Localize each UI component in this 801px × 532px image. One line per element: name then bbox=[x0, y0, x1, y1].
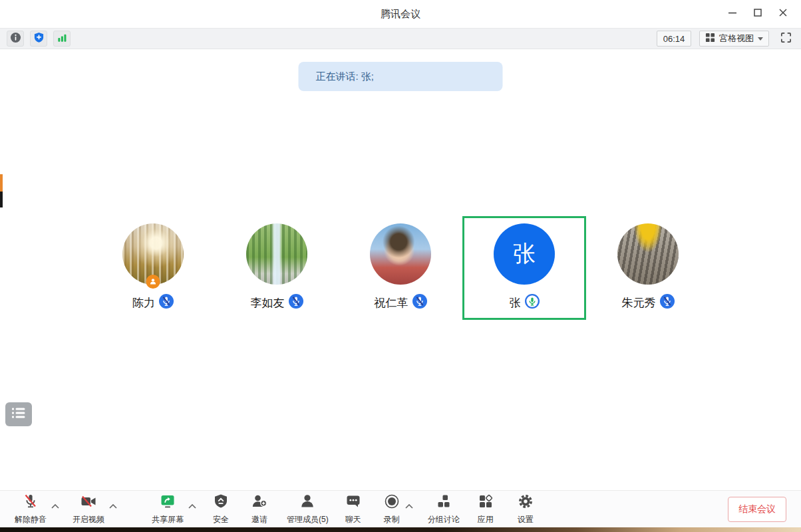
avatar bbox=[370, 223, 431, 285]
members-icon bbox=[299, 493, 316, 513]
settings-group: 设置 bbox=[517, 493, 534, 525]
left-edge-orange-sliver bbox=[0, 174, 3, 192]
chat-bubble-icon bbox=[345, 493, 362, 513]
manage-members-label: 管理成员(5) bbox=[287, 514, 329, 525]
unmute-group: 解除静音 bbox=[15, 493, 59, 525]
avatar bbox=[122, 223, 184, 285]
signal-bars-icon bbox=[57, 32, 68, 46]
manage-members-group: 管理成员(5) bbox=[287, 493, 329, 525]
camera-off-icon bbox=[80, 493, 97, 513]
record-chevron-icon[interactable] bbox=[405, 499, 413, 511]
start-video-button[interactable]: 开启视频 bbox=[73, 493, 104, 525]
left-edge-black-sliver bbox=[0, 192, 3, 207]
breakout-rooms-icon bbox=[435, 493, 452, 513]
share-screen-label: 共享屏幕 bbox=[152, 514, 184, 525]
participant-name-row: 陈力 bbox=[132, 294, 174, 311]
chat-button[interactable]: 聊天 bbox=[345, 493, 362, 525]
apps-button[interactable]: 应用 bbox=[477, 493, 494, 525]
fullscreen-icon bbox=[780, 31, 792, 47]
share-screen-group: 共享屏幕 bbox=[152, 493, 196, 525]
participant-name: 李如友 bbox=[251, 295, 285, 311]
grid-view-icon bbox=[705, 33, 715, 45]
close-icon bbox=[778, 8, 788, 20]
avatar bbox=[246, 223, 307, 285]
speaking-banner: 正在讲话: 张; bbox=[299, 62, 503, 91]
record-group: 录制 bbox=[383, 493, 413, 525]
participant-name: 朱元秀 bbox=[622, 295, 656, 311]
end-meeting-button[interactable]: 结束会议 bbox=[728, 497, 786, 522]
participant-tile[interactable]: 祝仁革 bbox=[339, 216, 462, 320]
invite-button[interactable]: 邀请 bbox=[251, 493, 268, 525]
security-label: 安全 bbox=[213, 514, 229, 525]
fullscreen-button[interactable] bbox=[777, 31, 794, 47]
window-title: 腾讯会议 bbox=[381, 8, 420, 21]
record-label: 录制 bbox=[384, 514, 400, 525]
header-right-controls: 06:14 宫格视图 bbox=[657, 31, 794, 47]
message-list-toggle-button[interactable] bbox=[5, 402, 32, 426]
record-button[interactable]: 录制 bbox=[383, 493, 400, 525]
share-screen-chevron-icon[interactable] bbox=[188, 499, 196, 511]
participant-tile-speaking[interactable]: 张 张 bbox=[462, 216, 586, 320]
security-button[interactable]: 安全 bbox=[212, 493, 230, 525]
participant-tile[interactable]: 李如友 bbox=[215, 216, 339, 320]
chevron-down-icon bbox=[758, 37, 763, 41]
shield-icon bbox=[33, 32, 45, 46]
window-controls bbox=[720, 0, 796, 28]
unmute-label: 解除静音 bbox=[15, 514, 47, 525]
timer-value: 06:14 bbox=[663, 34, 685, 44]
titlebar: 腾讯会议 bbox=[0, 0, 801, 28]
breakout-button[interactable]: 分组讨论 bbox=[428, 493, 460, 525]
mic-off-icon bbox=[22, 493, 39, 513]
view-mode-dropdown[interactable]: 宫格视图 bbox=[699, 31, 769, 47]
chat-group: 聊天 bbox=[345, 493, 362, 525]
footer-toolbar: 解除静音 开启视频 共享屏幕 安全 邀请 管理成员(5) bbox=[0, 490, 801, 527]
close-button[interactable] bbox=[770, 0, 796, 28]
participant-name-row: 祝仁革 bbox=[375, 294, 427, 311]
end-meeting-label: 结束会议 bbox=[738, 503, 776, 515]
manage-members-button[interactable]: 管理成员(5) bbox=[287, 493, 329, 525]
security-shield-icon bbox=[212, 493, 230, 513]
start-video-label: 开启视频 bbox=[73, 514, 104, 525]
host-badge-icon bbox=[146, 275, 160, 289]
meeting-timer: 06:14 bbox=[657, 31, 691, 47]
invite-label: 邀请 bbox=[251, 514, 267, 525]
participant-name-row: 李如友 bbox=[251, 294, 303, 311]
start-video-chevron-icon[interactable] bbox=[109, 499, 117, 511]
header-toolbar: 06:14 宫格视图 bbox=[0, 28, 801, 49]
gear-icon bbox=[517, 493, 534, 513]
maximize-icon bbox=[753, 8, 762, 20]
unmute-button[interactable]: 解除静音 bbox=[15, 493, 47, 525]
meeting-stage: 正在讲话: 张; 陈力 李如友 bbox=[0, 49, 801, 490]
mic-muted-icon bbox=[159, 294, 174, 311]
participant-name: 张 bbox=[510, 295, 521, 311]
participant-tile[interactable]: 朱元秀 bbox=[586, 216, 710, 320]
breakout-label: 分组讨论 bbox=[428, 514, 460, 525]
settings-button[interactable]: 设置 bbox=[517, 493, 534, 525]
settings-label: 设置 bbox=[518, 514, 534, 525]
participant-name-row: 朱元秀 bbox=[622, 294, 675, 311]
header-left-icons bbox=[7, 31, 71, 47]
avatar bbox=[617, 223, 679, 285]
start-video-group: 开启视频 bbox=[73, 493, 117, 525]
participant-tile[interactable]: 陈力 bbox=[91, 216, 215, 320]
mic-active-icon bbox=[525, 294, 540, 311]
chat-label: 聊天 bbox=[345, 514, 361, 525]
mic-muted-icon bbox=[660, 294, 675, 311]
meeting-info-button[interactable] bbox=[7, 31, 24, 47]
invite-person-icon bbox=[251, 493, 268, 513]
participant-name-row: 张 bbox=[510, 294, 540, 311]
share-screen-button[interactable]: 共享屏幕 bbox=[152, 493, 184, 525]
participant-name: 祝仁革 bbox=[375, 295, 408, 311]
apps-grid-icon bbox=[477, 493, 494, 513]
minimize-icon bbox=[728, 8, 737, 20]
avatar-initial: 张 bbox=[494, 223, 555, 285]
unmute-chevron-icon[interactable] bbox=[51, 499, 59, 511]
minimize-button[interactable] bbox=[720, 0, 745, 28]
invite-group: 邀请 bbox=[251, 493, 268, 525]
security-group: 安全 bbox=[212, 493, 230, 525]
participants-grid: 陈力 李如友 祝仁革 张 张 bbox=[0, 216, 801, 320]
security-status-button[interactable] bbox=[30, 31, 47, 47]
maximize-button[interactable] bbox=[745, 0, 770, 28]
network-quality-button[interactable] bbox=[53, 31, 71, 47]
info-icon bbox=[10, 32, 21, 46]
